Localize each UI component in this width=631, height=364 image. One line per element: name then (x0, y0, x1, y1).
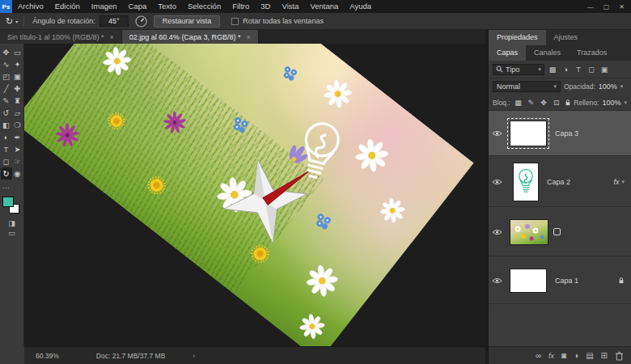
lock-all-icon[interactable] (565, 99, 571, 107)
canvas-area[interactable] (24, 44, 487, 346)
chevron-down-icon[interactable]: ▾ (620, 83, 624, 90)
rotation-angle-input[interactable] (100, 15, 129, 27)
lock-paint-icon[interactable]: ✎ (526, 99, 536, 107)
quick-mask-button[interactable]: ◨ (6, 219, 19, 227)
visibility-eye-icon[interactable] (489, 229, 505, 235)
layer-mask-button[interactable]: ◙ (561, 351, 566, 360)
rectangular-marquee-tool[interactable]: ▭ (12, 46, 23, 58)
zoom-tool[interactable]: ◉ (12, 167, 23, 180)
tab-propiedades[interactable]: Propiedades (489, 30, 546, 45)
layer-name[interactable]: Capa 1 (555, 277, 578, 285)
menu-edicion[interactable]: Edición (49, 0, 86, 13)
filter-shape-layers-icon[interactable]: ◻ (587, 66, 596, 74)
move-tool[interactable]: ✥ (1, 46, 12, 58)
link-layers-button[interactable]: ∞ (536, 351, 541, 360)
filter-pixel-layers-icon[interactable]: ▩ (548, 66, 557, 74)
eraser-tool[interactable]: ▱ (12, 107, 23, 119)
close-button[interactable]: ✕ (619, 3, 625, 11)
screen-mode-button[interactable]: ▭ (6, 229, 19, 237)
foreground-color-swatch[interactable] (2, 197, 14, 207)
layer-thumbnail[interactable] (513, 163, 539, 201)
filter-smart-objects-icon[interactable]: ▣ (599, 66, 609, 74)
lock-transparent-icon[interactable]: ▦ (514, 99, 523, 107)
hand-tool[interactable]: ☞ (12, 155, 23, 167)
spot-healing-tool[interactable]: ✚ (12, 83, 23, 95)
visibility-eye-icon[interactable] (489, 179, 505, 185)
new-layer-button[interactable]: ⊞ (601, 351, 608, 360)
menu-texto[interactable]: Texto (152, 0, 182, 13)
gradient-tool[interactable]: ◧ (1, 119, 12, 131)
filter-type-layers-icon[interactable]: T (574, 66, 583, 74)
lock-artboard-icon[interactable]: ⊡ (552, 99, 561, 107)
tab-canales[interactable]: Canales (526, 45, 569, 61)
minimize-button[interactable]: — (587, 3, 594, 11)
visibility-eye-icon[interactable] (489, 130, 505, 137)
layer-name[interactable]: Capa 3 (555, 129, 578, 138)
blend-mode-select[interactable]: Normal ▾ (493, 81, 561, 92)
lasso-tool[interactable]: ∿ (1, 58, 12, 70)
chevron-down-icon[interactable]: ▾ (625, 99, 628, 106)
dodge-tool[interactable]: ◐ (1, 131, 12, 143)
quick-selection-tool[interactable]: ✦ (12, 58, 23, 70)
adjustment-layer-button[interactable]: ◑ (574, 351, 578, 360)
rotate-all-checkbox[interactable] (231, 18, 239, 25)
layer-row-capa2[interactable]: Capa 2 fx ▾ (489, 157, 631, 207)
layer-row-capa3[interactable]: Capa 3 (489, 111, 631, 156)
clone-stamp-tool[interactable]: ♜ (12, 95, 23, 107)
pen-tool[interactable]: ✒ (12, 131, 23, 143)
history-brush-tool[interactable]: ↺ (1, 107, 12, 119)
layer-thumbnail[interactable] (510, 219, 548, 245)
menu-ayuda[interactable]: Ayuda (344, 0, 377, 13)
menu-imagen[interactable]: Imagen (86, 0, 123, 13)
layer-row-capa1[interactable]: Capa 1 (489, 257, 631, 304)
tab-untitled-document[interactable]: Sin título-1 al 100% (RGB/8) * × (0, 30, 122, 44)
layer-filter-type-select[interactable]: Tipo ▾ (493, 64, 544, 75)
layer-name[interactable]: Capa 2 (547, 178, 570, 186)
rotate-view-tool-preset[interactable]: ↻ ▾ (0, 16, 23, 27)
menu-3d[interactable]: 3D (255, 0, 276, 13)
tab-trazados[interactable]: Trazados (569, 45, 615, 61)
shape-tool[interactable]: ◻ (1, 155, 12, 167)
type-tool[interactable]: T (1, 143, 12, 155)
lock-position-icon[interactable]: ✥ (539, 99, 548, 107)
tab-close-icon[interactable]: × (110, 33, 114, 41)
status-options-chevron[interactable]: › (193, 352, 195, 360)
layer-thumbnail[interactable] (510, 269, 547, 293)
layer-style-button[interactable]: fx (548, 352, 554, 360)
search-icon (496, 66, 503, 73)
tab-capas[interactable]: Capas (489, 45, 526, 61)
frame-tool[interactable]: ▣ (12, 70, 23, 83)
delete-layer-button[interactable] (615, 351, 624, 361)
eyedropper-tool[interactable]: ╱ (1, 83, 12, 95)
menu-seleccion[interactable]: Selección (182, 0, 227, 13)
zoom-level-field[interactable]: 60.39% (36, 352, 59, 360)
rotation-compass-icon[interactable] (135, 15, 147, 28)
maximize-button[interactable]: ▢ (603, 3, 610, 11)
filter-adjustment-layers-icon[interactable]: ◑ (561, 66, 570, 74)
layer-group-button[interactable]: ▤ (586, 351, 593, 360)
tab-02jpg-document[interactable]: 02.jpg al 60.4% (Capa 3, RGB/8) * × (122, 30, 259, 44)
brush-tool[interactable]: ✎ (1, 95, 12, 107)
layer-effects-badge[interactable]: fx (613, 178, 619, 186)
blur-tool[interactable]: ❍ (12, 119, 23, 131)
menu-archivo[interactable]: Archivo (12, 0, 49, 13)
tab-ajustes[interactable]: Ajustes (546, 30, 587, 45)
rotate-all-windows-option[interactable]: Rotar todas las ventanas (231, 17, 324, 25)
fill-value[interactable]: 100% (602, 99, 620, 107)
restore-view-button[interactable]: Restaurar vista (154, 15, 221, 28)
layer-thumbnail[interactable] (510, 121, 547, 146)
menu-vista[interactable]: Vista (276, 0, 304, 13)
opacity-value[interactable]: 100% (599, 83, 617, 91)
color-swatches (2, 197, 23, 218)
menu-ventana[interactable]: Ventana (304, 0, 344, 13)
crop-tool[interactable]: ◰ (1, 70, 12, 83)
edit-toolbar-button[interactable]: … (1, 180, 12, 192)
visibility-eye-icon[interactable] (489, 277, 505, 284)
rotate-view-tool[interactable]: ↻ (1, 167, 12, 180)
tab-close-icon[interactable]: × (246, 33, 250, 41)
menu-capa[interactable]: Capa (123, 0, 153, 13)
menu-filtro[interactable]: Filtro (227, 0, 255, 13)
chevron-down-icon[interactable]: ▾ (621, 179, 625, 185)
path-selection-tool[interactable]: ➤ (12, 143, 23, 155)
layer-row-photo[interactable] (489, 208, 631, 256)
